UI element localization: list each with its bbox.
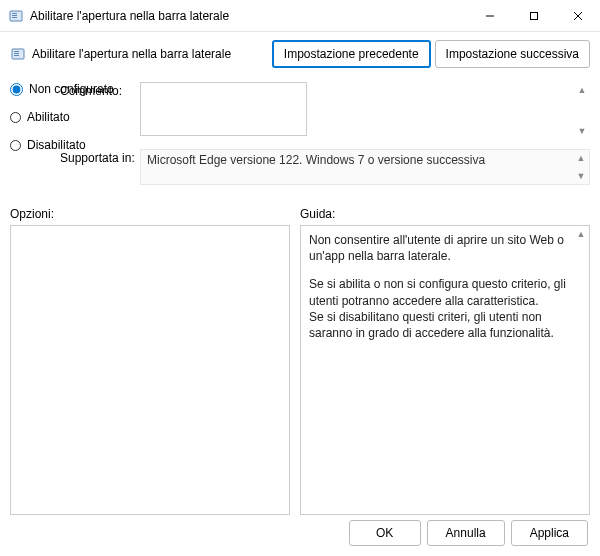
ok-button[interactable]: OK [349, 520, 421, 546]
app-icon [8, 8, 24, 24]
scroll-up-icon[interactable]: ▲ [574, 82, 590, 98]
footer: OK Annulla Applica [349, 520, 588, 546]
close-button[interactable] [556, 1, 600, 31]
titlebar: Abilitare l'apertura nella barra lateral… [0, 0, 600, 32]
cancel-button[interactable]: Annulla [427, 520, 505, 546]
svg-rect-3 [12, 17, 17, 18]
guide-p3: Se si disabilitano questi criteri, gli u… [309, 309, 581, 341]
scroll-up-icon[interactable]: ▲ [573, 226, 589, 242]
svg-rect-2 [12, 15, 17, 16]
radio-not-configured-input[interactable] [10, 83, 23, 96]
previous-setting-button[interactable]: Impostazione precedente [272, 40, 431, 68]
guide-p2: Se si abilita o non si configura questo … [309, 276, 581, 308]
window-title: Abilitare l'apertura nella barra lateral… [30, 9, 468, 23]
guide-p1: Non consentire all'utente di aprire un s… [309, 232, 581, 264]
svg-rect-11 [14, 55, 19, 56]
svg-rect-10 [14, 53, 19, 54]
policy-icon [10, 46, 26, 62]
supported-text: Microsoft Edge versione 122. Windows 7 o… [147, 153, 485, 167]
minimize-button[interactable] [468, 1, 512, 31]
svg-rect-1 [12, 13, 17, 14]
supported-text-box: Microsoft Edge versione 122. Windows 7 o… [140, 149, 590, 185]
comment-input[interactable] [140, 82, 307, 136]
scroll-down-icon[interactable]: ▼ [573, 168, 589, 184]
maximize-button[interactable] [512, 1, 556, 31]
svg-rect-9 [14, 51, 19, 52]
apply-button[interactable]: Applica [511, 520, 588, 546]
scroll-down-icon[interactable]: ▼ [574, 123, 590, 139]
window-controls [468, 1, 600, 31]
comment-label: Commento: [60, 82, 140, 139]
options-label: Opzioni: [10, 207, 290, 221]
scroll-up-icon[interactable]: ▲ [573, 150, 589, 166]
next-setting-button[interactable]: Impostazione successiva [435, 40, 590, 68]
guide-label: Guida: [300, 207, 590, 221]
radio-enabled-indicator [10, 112, 21, 123]
policy-title: Abilitare l'apertura nella barra lateral… [32, 47, 231, 61]
svg-rect-5 [531, 12, 538, 19]
radio-disabled-indicator [10, 140, 21, 151]
supported-label: Supportata in: [60, 149, 140, 185]
guide-box: Non consentire all'utente di aprire un s… [300, 225, 590, 515]
header-row: Abilitare l'apertura nella barra lateral… [10, 40, 590, 68]
options-box [10, 225, 290, 515]
